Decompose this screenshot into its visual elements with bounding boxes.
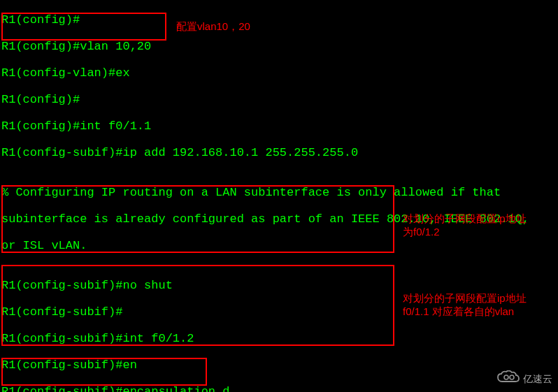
term-line: R1(config-vlan)#ex [1, 66, 557, 80]
term-line: R1(config-subif)#en [1, 358, 557, 372]
annotation-line: 对划分的子网段配置ip地址 [403, 291, 527, 305]
annotation-line: 对划分的子网段配置ip地址 [403, 212, 527, 225]
svg-point-0 [504, 375, 508, 379]
term-line: R1(config)# [1, 93, 557, 106]
cloud-icon [496, 370, 520, 388]
term-line: R1(config-subif)#int f0/1.2 [1, 332, 557, 345]
watermark: 亿速云 [496, 370, 552, 388]
term-line: R1(config)#vlan 10,20 [1, 40, 557, 53]
term-line: R1(config)# [1, 13, 557, 27]
annotation-subnet-1: 对划分的子网段配置ip地址 f0/1.1 对应着各自的vlan [403, 291, 527, 318]
watermark-text: 亿速云 [523, 372, 552, 386]
annotation-line: 为f0/1.2 [403, 225, 527, 238]
term-line: R1(config-subif)#no shut [1, 279, 557, 292]
term-line: R1(config-subif)#encapsulation d [1, 385, 557, 392]
annotation-line: f0/1.1 对应着各自的vlan [403, 305, 527, 318]
annotation-subnet-2: 对划分的子网段配置ip地址 为f0/1.2 [403, 212, 527, 238]
term-line: R1(config)#int f0/1.1 [1, 119, 557, 133]
term-line: % Configuring IP routing on a LAN subint… [1, 186, 557, 199]
terminal-output[interactable]: R1(config)# R1(config)#vlan 10,20 R1(con… [0, 0, 558, 392]
svg-point-1 [510, 375, 514, 379]
term-line: R1(config-subif)#ip add 192.168.10.1 255… [1, 146, 557, 159]
annotation-vlan: 配置vlan10，20 [176, 20, 250, 33]
term-line: or ISL vLAN. [1, 239, 557, 252]
